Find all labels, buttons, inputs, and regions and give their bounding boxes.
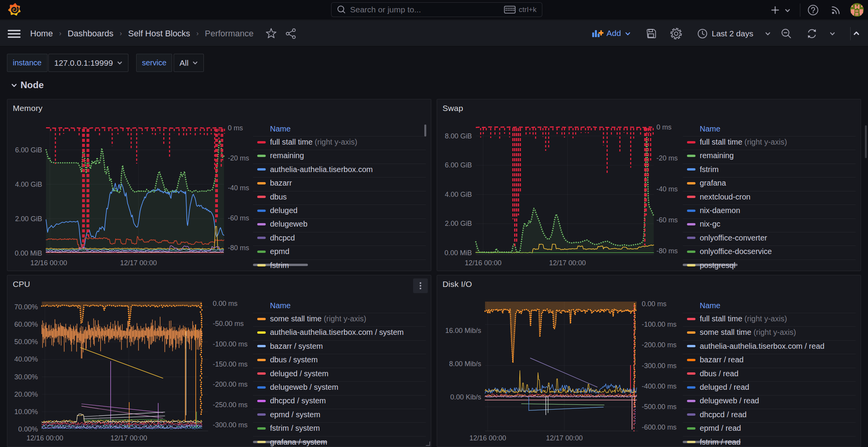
svg-text:4.00 GiB: 4.00 GiB (15, 181, 42, 188)
svg-text:4.00 GiB: 4.00 GiB (445, 191, 472, 198)
svg-text:0.00 MiB: 0.00 MiB (15, 249, 42, 257)
svg-text:12/17 00:00: 12/17 00:00 (120, 259, 157, 267)
svg-text:-200.00 ms: -200.00 ms (213, 380, 248, 388)
svg-text:12/16 00:00: 12/16 00:00 (30, 259, 67, 267)
svg-text:0.00 ms: 0.00 ms (213, 300, 238, 307)
svg-text:8.00 Mib/s: 8.00 Mib/s (449, 360, 481, 368)
svg-text:-20 ms: -20 ms (656, 154, 678, 162)
svg-text:30.00%: 30.00% (14, 373, 38, 381)
svg-text:-300.00 ms: -300.00 ms (213, 421, 248, 429)
svg-text:16.00 Mib/s: 16.00 Mib/s (445, 327, 481, 334)
svg-text:-60 ms: -60 ms (656, 216, 678, 224)
svg-text:-80 ms: -80 ms (228, 244, 249, 252)
svg-text:20.00%: 20.00% (14, 391, 38, 398)
svg-text:12/17 00:00: 12/17 00:00 (110, 434, 147, 442)
svg-text:-500.00 ms: -500.00 ms (642, 403, 677, 411)
svg-text:12/17 00:00: 12/17 00:00 (546, 434, 583, 442)
svg-text:-600.00 ms: -600.00 ms (642, 423, 677, 431)
svg-text:-50.00 ms: -50.00 ms (213, 320, 244, 328)
svg-text:0.00 ms: 0.00 ms (642, 300, 666, 308)
svg-text:-80 ms: -80 ms (656, 247, 678, 255)
svg-text:-250.00 ms: -250.00 ms (213, 401, 248, 409)
svg-text:6.00 GiB: 6.00 GiB (445, 161, 472, 169)
svg-text:40.00%: 40.00% (14, 355, 38, 363)
svg-text:2.00 GiB: 2.00 GiB (445, 220, 472, 227)
svg-text:-400.00 ms: -400.00 ms (642, 382, 677, 390)
svg-text:50.00%: 50.00% (14, 338, 38, 346)
svg-text:-40 ms: -40 ms (656, 185, 678, 193)
svg-text:2.00 GiB: 2.00 GiB (15, 215, 42, 223)
svg-text:0 ms: 0 ms (228, 124, 243, 132)
svg-text:12/16 00:00: 12/16 00:00 (26, 434, 63, 442)
svg-text:-200.00 ms: -200.00 ms (642, 341, 677, 349)
svg-text:12/17 00:00: 12/17 00:00 (549, 259, 586, 267)
svg-text:0.00 MiB: 0.00 MiB (444, 249, 472, 257)
svg-text:-300.00 ms: -300.00 ms (642, 362, 677, 370)
svg-text:-100.00 ms: -100.00 ms (213, 340, 248, 348)
svg-text:-40 ms: -40 ms (228, 184, 249, 192)
svg-text:0.00 Kib/s: 0.00 Kib/s (450, 393, 481, 401)
svg-text:-20 ms: -20 ms (228, 154, 249, 162)
svg-text:-150.00 ms: -150.00 ms (213, 360, 248, 368)
svg-text:6.00 GiB: 6.00 GiB (15, 146, 42, 154)
svg-text:0.00%: 0.00% (18, 425, 38, 433)
svg-text:10.00%: 10.00% (14, 408, 38, 416)
svg-text:60.00%: 60.00% (14, 321, 38, 328)
svg-text:8.00 GiB: 8.00 GiB (445, 132, 472, 140)
svg-text:12/16 00:00: 12/16 00:00 (469, 434, 506, 442)
svg-text:70.00%: 70.00% (14, 303, 38, 311)
svg-text:12/16 00:00: 12/16 00:00 (465, 259, 501, 267)
svg-text:-60 ms: -60 ms (228, 214, 249, 222)
svg-text:-100.00 ms: -100.00 ms (642, 321, 677, 328)
svg-text:0 ms: 0 ms (656, 123, 672, 131)
